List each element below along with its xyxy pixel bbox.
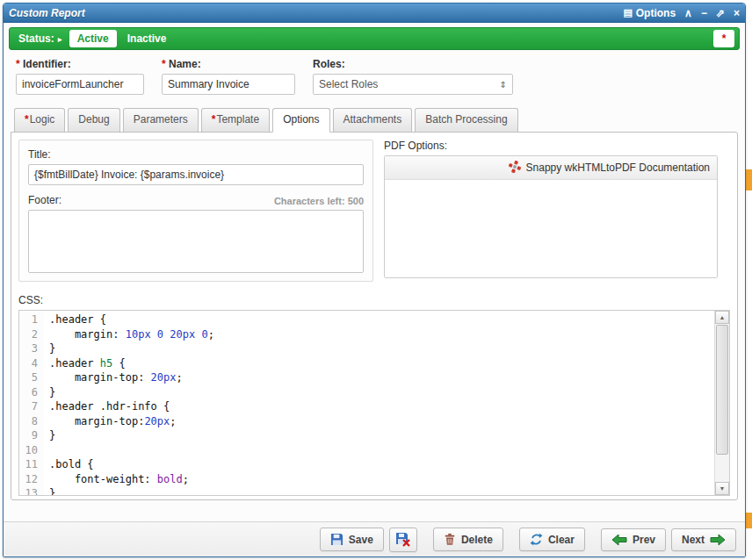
code-line: 12 font-weight: bold;: [19, 472, 714, 487]
code-line: 1.header {: [19, 312, 714, 327]
dialog-title: Custom Report: [9, 7, 85, 19]
scroll-up-icon[interactable]: ▲: [715, 311, 729, 324]
roles-select[interactable]: Select Roles ⇕: [313, 74, 513, 95]
name-label: * Name:: [162, 58, 295, 70]
code-line: 13}: [19, 486, 714, 495]
tab-batch-processing[interactable]: Batch Processing: [415, 108, 517, 133]
code-line: 7.header .hdr-info {: [19, 399, 714, 414]
status-chevron-icon: ▸: [58, 34, 62, 44]
form-row: * Identifier: * Name: Roles: Select Role…: [4, 56, 745, 104]
snappy-icon: [509, 161, 521, 176]
identifier-label: * Identifier:: [16, 58, 144, 70]
code-line: 2 margin: 10px 0 20px 0;: [19, 327, 714, 342]
options-tab-panel: Title: Footer: Characters left: 500 PDF …: [11, 132, 738, 500]
status-active-button[interactable]: Active: [69, 30, 117, 47]
code-line: 9}: [19, 428, 714, 443]
pdf-options-label: PDF Options:: [384, 140, 718, 152]
code-line: 3}: [19, 341, 714, 356]
code-line: 6}: [19, 385, 714, 400]
page-background: Custom Report ▤ Options ∧ − ⇗ × Status: …: [0, 0, 752, 560]
required-icon: *: [16, 58, 20, 70]
characters-left-counter: Characters left: 500: [274, 196, 364, 206]
name-input[interactable]: [162, 74, 295, 95]
required-icon: *: [25, 113, 29, 126]
next-button[interactable]: Next: [671, 528, 736, 551]
css-label: CSS:: [18, 294, 730, 306]
options-menu-label: Options: [636, 7, 676, 19]
footer-textarea[interactable]: [28, 210, 364, 273]
title-label: Title:: [28, 148, 364, 161]
clear-button[interactable]: Clear: [519, 528, 585, 551]
save-close-icon: [396, 533, 410, 547]
tab-strip-area: *Logic Debug Parameters *Template Option…: [11, 107, 738, 500]
identifier-input[interactable]: [16, 74, 144, 95]
custom-report-dialog: Custom Report ▤ Options ∧ − ⇗ × Status: …: [3, 3, 746, 557]
required-icon: *: [162, 58, 166, 70]
identifier-field-group: * Identifier:: [16, 58, 144, 95]
background-accent: [746, 169, 752, 190]
scrollbar-thumb[interactable]: [716, 325, 728, 455]
tab-options[interactable]: Options: [272, 108, 329, 133]
footer-label-row: Footer: Characters left: 500: [28, 194, 364, 206]
css-group: CSS: 1.header {2 margin: 10px 0 20px 0;3…: [18, 294, 730, 496]
tab-template[interactable]: *Template: [201, 108, 270, 133]
footer-label: Footer:: [28, 194, 61, 206]
tab-parameters[interactable]: Parameters: [123, 108, 199, 133]
dialog-footer: Save Delete Clear: [4, 521, 745, 556]
roles-label: Roles:: [313, 58, 513, 70]
select-arrows-icon: ⇕: [500, 80, 507, 90]
editor-scrollbar[interactable]: ▲ ▼: [714, 311, 729, 495]
refresh-icon: [530, 533, 543, 546]
status-bar: Status: ▸ Active Inactive *: [9, 27, 740, 50]
tab-logic[interactable]: *Logic: [14, 108, 65, 133]
pdf-options-body: [385, 180, 717, 277]
minimize-icon[interactable]: −: [701, 8, 707, 18]
popout-icon[interactable]: ⇗: [716, 8, 725, 18]
prev-button[interactable]: Prev: [601, 528, 666, 551]
wkhtmltopdf-doc-link[interactable]: Snappy wkHTMLtoPDF Documentation: [526, 162, 710, 174]
scroll-down-icon[interactable]: ▼: [715, 482, 729, 495]
pdf-options-header: Snappy wkHTMLtoPDF Documentation: [385, 156, 717, 180]
code-line: 10: [19, 443, 714, 458]
code-line: 8 margin-top:20px;: [19, 414, 714, 429]
code-line: 5 margin-top: 20px;: [19, 370, 714, 385]
tab-attachments[interactable]: Attachments: [333, 108, 413, 133]
save-close-button[interactable]: [389, 528, 417, 552]
code-line: 11.bold {: [19, 457, 714, 472]
title-footer-group: Title: Footer: Characters left: 500: [18, 140, 373, 282]
tab-strip: *Logic Debug Parameters *Template Option…: [11, 107, 738, 132]
panel-top-row: Title: Footer: Characters left: 500 PDF …: [18, 140, 730, 282]
required-icon: *: [722, 32, 727, 45]
name-field-group: * Name:: [162, 58, 295, 95]
css-code-editor[interactable]: 1.header {2 margin: 10px 0 20px 0;3}4.he…: [18, 310, 730, 496]
arrow-right-icon: [710, 534, 726, 546]
collapse-icon[interactable]: ∧: [684, 8, 692, 18]
options-grid-icon: ▤: [623, 7, 632, 18]
close-icon[interactable]: ×: [734, 8, 740, 18]
background-accent: [746, 513, 752, 528]
delete-button[interactable]: Delete: [433, 528, 503, 551]
pdf-options-group: PDF Options:: [384, 140, 718, 282]
status-inactive-button[interactable]: Inactive: [127, 32, 167, 45]
tab-debug[interactable]: Debug: [68, 108, 119, 133]
required-icon: *: [212, 113, 216, 126]
save-button[interactable]: Save: [320, 528, 384, 551]
css-code-lines[interactable]: 1.header {2 margin: 10px 0 20px 0;3}4.he…: [19, 312, 714, 495]
dialog-titlebar[interactable]: Custom Report ▤ Options ∧ − ⇗ ×: [4, 4, 745, 23]
status-label: Status:: [18, 32, 54, 45]
save-icon: [330, 533, 343, 546]
pdf-options-box: Snappy wkHTMLtoPDF Documentation: [384, 155, 718, 278]
status-required-button[interactable]: *: [713, 30, 734, 47]
arrow-left-icon: [611, 534, 627, 546]
titlebar-controls: ▤ Options ∧ − ⇗ ×: [623, 7, 740, 19]
options-menu-button[interactable]: ▤ Options: [623, 7, 676, 19]
code-line: 4.header h5 {: [19, 356, 714, 371]
title-input[interactable]: [28, 164, 364, 185]
trash-icon: [444, 533, 456, 546]
roles-field-group: Roles: Select Roles ⇕: [313, 58, 513, 95]
roles-selected-value: Select Roles: [319, 78, 378, 90]
